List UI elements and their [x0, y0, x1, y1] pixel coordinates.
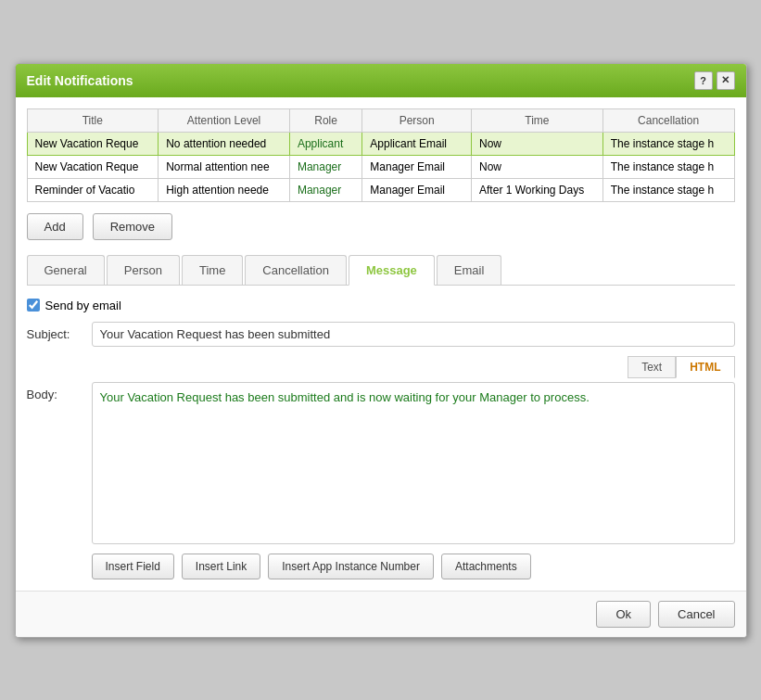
cell-5: The instance stage h [602, 155, 734, 178]
subject-input[interactable] [92, 322, 735, 347]
cell-0: New Vacation Reque [27, 155, 159, 178]
insert-field-button[interactable]: Insert Field [92, 554, 174, 579]
dialog-header: Edit Notifications ? ✕ [16, 64, 746, 97]
dialog-body: Title Attention Level Role Person Time C… [16, 97, 746, 591]
col-title: Title [27, 108, 159, 132]
table-row[interactable]: New Vacation RequeNormal attention neeMa… [27, 155, 734, 178]
cell-0: Reminder of Vacatio [27, 178, 159, 201]
tab-time[interactable]: Time [182, 255, 243, 285]
body-textarea[interactable] [92, 382, 735, 544]
tabs-bar: GeneralPersonTimeCancellationMessageEmai… [27, 255, 735, 286]
cell-2: Applicant [289, 132, 361, 155]
tab-general[interactable]: General [27, 255, 105, 285]
help-button[interactable]: ? [694, 71, 713, 90]
cell-0: New Vacation Reque [27, 132, 159, 155]
notifications-table: Title Attention Level Role Person Time C… [27, 108, 735, 202]
edit-notifications-dialog: Edit Notifications ? ✕ Title Attention L… [15, 63, 747, 638]
cell-3: Applicant Email [362, 132, 472, 155]
send-by-email-row: Send by email [27, 299, 735, 312]
table-row[interactable]: Reminder of VacatioHigh attention needeM… [27, 178, 734, 201]
cancel-button[interactable]: Cancel [658, 601, 734, 628]
cell-1: High attention neede [159, 178, 290, 201]
text-tab[interactable]: Text [628, 356, 676, 378]
col-time: Time [472, 108, 603, 132]
tab-message[interactable]: Message [349, 255, 435, 286]
subject-row: Subject: [27, 322, 735, 347]
cell-3: Manager Email [362, 155, 472, 178]
remove-button[interactable]: Remove [93, 213, 172, 240]
ok-button[interactable]: Ok [596, 601, 651, 628]
cell-2: Manager [289, 155, 361, 178]
tab-email[interactable]: Email [437, 255, 502, 285]
dialog-footer: Ok Cancel [16, 591, 746, 637]
subject-label: Subject: [27, 327, 92, 341]
col-role: Role [289, 108, 361, 132]
cell-5: The instance stage h [602, 132, 734, 155]
close-button[interactable]: ✕ [717, 71, 735, 90]
col-attention: Attention Level [159, 108, 290, 132]
header-buttons: ? ✕ [694, 71, 735, 90]
table-action-buttons: Add Remove [27, 213, 735, 240]
dialog-title: Edit Notifications [27, 73, 133, 88]
table-row[interactable]: New Vacation RequeNo attention neededApp… [27, 132, 734, 155]
cell-4: After 1 Working Days [472, 178, 603, 201]
text-html-tabs: Text HTML [27, 356, 735, 378]
tab-person[interactable]: Person [107, 255, 180, 285]
cell-3: Manager Email [362, 178, 472, 201]
html-tab[interactable]: HTML [676, 356, 734, 378]
body-row: Body: [27, 382, 735, 544]
send-by-email-checkbox[interactable] [27, 299, 40, 312]
cell-1: Normal attention nee [159, 155, 290, 178]
tab-cancellation[interactable]: Cancellation [245, 255, 347, 285]
cell-4: Now [472, 155, 603, 178]
col-cancellation: Cancellation [602, 108, 734, 132]
add-button[interactable]: Add [27, 213, 83, 240]
insert-buttons: Insert Field Insert Link Insert App Inst… [92, 554, 735, 579]
col-person: Person [362, 108, 472, 132]
cell-2: Manager [289, 178, 361, 201]
insert-link-button[interactable]: Insert Link [182, 554, 260, 579]
cell-4: Now [472, 132, 603, 155]
insert-app-instance-button[interactable]: Insert App Instance Number [268, 554, 434, 579]
attachments-button[interactable]: Attachments [441, 554, 531, 579]
body-label: Body: [27, 382, 92, 401]
message-tab-content: Send by email Subject: Text HTML Body: I… [27, 299, 735, 579]
send-by-email-label: Send by email [45, 299, 121, 312]
cell-1: No attention needed [159, 132, 290, 155]
cell-5: The instance stage h [602, 178, 734, 201]
